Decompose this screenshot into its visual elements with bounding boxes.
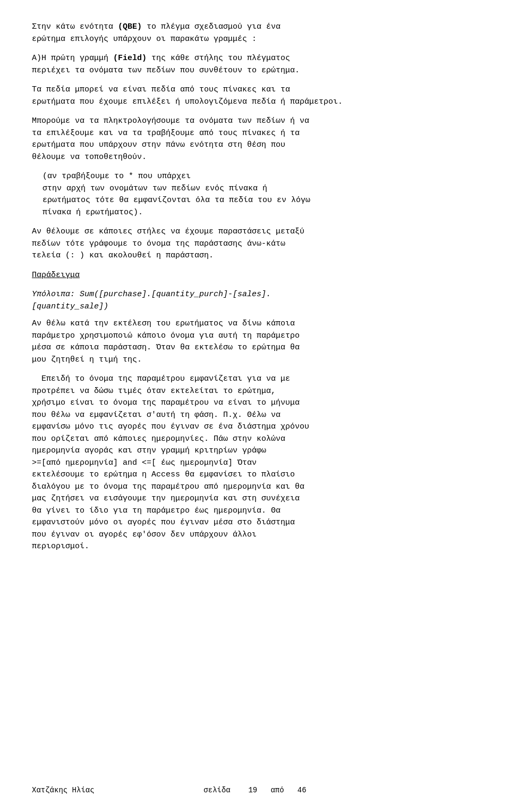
footer-page-label: σελίδα: [203, 786, 230, 794]
paragraph-5: (αν τραβήξουμε το * που υπάρχει στην αρχ…: [42, 171, 478, 219]
bold-field: (Field): [113, 54, 147, 63]
paragraph-1: Στην κάτω ενότητα (QBE) το πλέγμα σχεδια…: [32, 21, 478, 45]
bold-qbe: (QBE): [118, 22, 142, 31]
footer-page-current: 19: [248, 786, 257, 794]
page-footer: Χατζάκης Ηλίας σελίδα 19 από 46 Χατζάκης…: [0, 785, 510, 796]
paragraph-example-label: Παράδειγμα: [32, 270, 478, 282]
paragraph-3: Τα πεδία μπορεί να είναι πεδία από τους …: [32, 84, 478, 108]
footer-page-info: σελίδα 19 από 46: [95, 785, 416, 796]
footer-page-total: 46: [298, 786, 307, 794]
footer-page-separator: από: [270, 786, 284, 794]
paragraph-9: Επειδή το όνομα της παραμέτρου εμφανίζετ…: [32, 373, 478, 553]
paragraph-8: Αν θέλω κατά την εκτέλεση του ερωτήματος…: [32, 318, 478, 366]
content-area: Στην κάτω ενότητα (QBE) το πλέγμα σχεδια…: [32, 21, 478, 553]
paragraph-example-code: Υπόλοιπα: Sum([purchase].[quantity_purch…: [32, 289, 478, 313]
paragraph-2: Α)Η πρώτη γραμμή (Field) της κάθε στήλης…: [32, 53, 478, 77]
paragraph-4: Μπορούμε να τα πληκτρολογήσουμε τα ονόμα…: [32, 115, 478, 163]
page-container: Στην κάτω ενότητα (QBE) το πλέγμα σχεδια…: [0, 0, 510, 812]
example-label-text: Παράδειγμα: [32, 271, 80, 280]
paragraph-6: Αν θέλουμε σε κάποιες στήλες να έχουμε π…: [32, 226, 478, 262]
footer-author: Χατζάκης Ηλίας: [32, 785, 95, 796]
